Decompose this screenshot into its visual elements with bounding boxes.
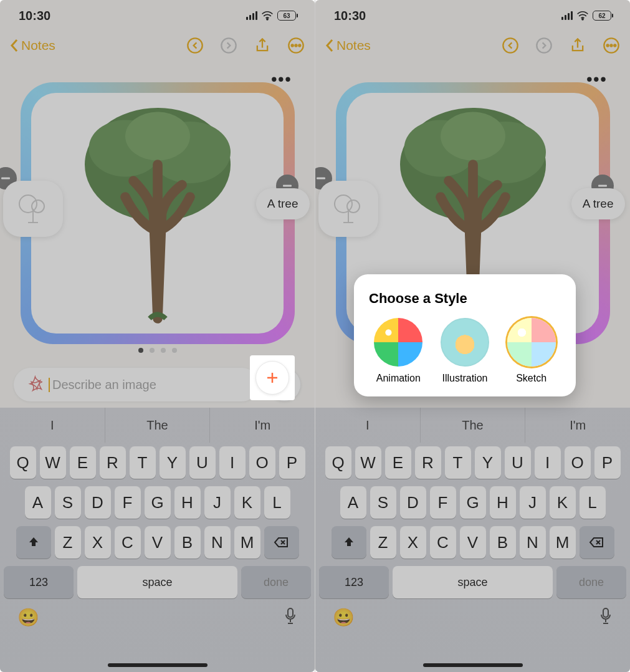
key-n[interactable]: N bbox=[520, 526, 546, 559]
key-m[interactable]: M bbox=[550, 526, 576, 559]
shift-key[interactable] bbox=[332, 526, 366, 559]
done-key[interactable]: done bbox=[556, 566, 626, 598]
key-t[interactable]: T bbox=[130, 446, 156, 479]
key-i[interactable]: I bbox=[535, 446, 561, 479]
key-e[interactable]: E bbox=[70, 446, 96, 479]
key-y[interactable]: Y bbox=[475, 446, 501, 479]
back-button[interactable]: Notes bbox=[325, 38, 371, 53]
more-icon[interactable] bbox=[287, 37, 305, 54]
key-r[interactable]: R bbox=[100, 446, 126, 479]
suggestion-1[interactable]: I bbox=[0, 408, 105, 443]
add-style-button-highlight[interactable] bbox=[250, 355, 295, 400]
cellular-icon bbox=[246, 11, 257, 20]
prompt-tag[interactable]: A tree bbox=[256, 188, 310, 219]
svg-point-18 bbox=[537, 38, 551, 52]
back-button[interactable]: Notes bbox=[10, 38, 55, 53]
suggestion-1[interactable]: I bbox=[315, 408, 421, 443]
key-b[interactable]: B bbox=[174, 526, 201, 559]
key-o[interactable]: O bbox=[249, 446, 275, 479]
key-n[interactable]: N bbox=[204, 526, 231, 559]
dictation-key[interactable] bbox=[599, 607, 613, 625]
home-indicator[interactable] bbox=[108, 663, 208, 667]
suggestion-2[interactable]: The bbox=[105, 408, 211, 443]
key-i[interactable]: I bbox=[219, 446, 246, 479]
backspace-key[interactable] bbox=[580, 526, 614, 559]
key-h[interactable]: H bbox=[174, 486, 201, 519]
key-z[interactable]: Z bbox=[55, 526, 81, 559]
sketch-input-thumbnail[interactable] bbox=[3, 181, 63, 237]
key-l[interactable]: L bbox=[580, 486, 606, 519]
key-z[interactable]: Z bbox=[370, 526, 396, 559]
share-icon[interactable] bbox=[569, 37, 586, 54]
sketch-input-thumbnail[interactable] bbox=[318, 181, 378, 237]
key-p[interactable]: P bbox=[594, 446, 621, 479]
suggestion-2[interactable]: The bbox=[421, 408, 526, 443]
suggestion-3[interactable]: I'm bbox=[525, 408, 630, 443]
space-key[interactable]: space bbox=[393, 566, 553, 598]
emoji-key[interactable]: 😀 bbox=[333, 607, 355, 628]
key-k[interactable]: K bbox=[550, 486, 576, 519]
prompt-input[interactable]: Describe an image bbox=[14, 368, 259, 401]
home-indicator[interactable] bbox=[423, 663, 523, 667]
key-s[interactable]: S bbox=[55, 486, 81, 519]
key-c[interactable]: C bbox=[430, 526, 456, 559]
key-u[interactable]: U bbox=[505, 446, 531, 479]
key-t[interactable]: T bbox=[445, 446, 471, 479]
key-a[interactable]: A bbox=[340, 486, 366, 519]
key-g[interactable]: G bbox=[460, 486, 486, 519]
key-j[interactable]: J bbox=[204, 486, 231, 519]
key-h[interactable]: H bbox=[490, 486, 516, 519]
apple-intelligence-icon bbox=[24, 375, 42, 394]
key-c[interactable]: C bbox=[115, 526, 141, 559]
key-s[interactable]: S bbox=[370, 486, 396, 519]
key-j[interactable]: J bbox=[520, 486, 546, 519]
key-y[interactable]: Y bbox=[160, 446, 186, 479]
key-w[interactable]: W bbox=[355, 446, 381, 479]
numbers-key[interactable]: 123 bbox=[319, 566, 389, 598]
page-dots bbox=[0, 348, 315, 353]
key-d[interactable]: D bbox=[400, 486, 426, 519]
done-key[interactable]: done bbox=[241, 566, 311, 598]
suggestion-3[interactable]: I'm bbox=[210, 408, 315, 443]
key-f[interactable]: F bbox=[430, 486, 456, 519]
prompt-tag[interactable]: A tree bbox=[571, 188, 625, 219]
key-m[interactable]: M bbox=[234, 526, 260, 559]
key-b[interactable]: B bbox=[490, 526, 516, 559]
key-r[interactable]: R bbox=[415, 446, 441, 479]
dictation-key[interactable] bbox=[284, 607, 297, 625]
key-g[interactable]: G bbox=[145, 486, 171, 519]
key-q[interactable]: Q bbox=[325, 446, 351, 479]
undo-icon[interactable] bbox=[502, 37, 519, 54]
key-l[interactable]: L bbox=[264, 486, 290, 519]
key-e[interactable]: E bbox=[385, 446, 411, 479]
status-time: 10:30 bbox=[334, 9, 366, 23]
undo-icon[interactable] bbox=[186, 37, 204, 54]
key-v[interactable]: V bbox=[460, 526, 486, 559]
key-v[interactable]: V bbox=[145, 526, 171, 559]
style-option-animation[interactable]: Animation bbox=[374, 318, 422, 384]
key-u[interactable]: U bbox=[189, 446, 216, 479]
key-x[interactable]: X bbox=[85, 526, 111, 559]
key-p[interactable]: P bbox=[279, 446, 305, 479]
style-option-sketch[interactable]: Sketch bbox=[507, 318, 556, 384]
more-icon[interactable] bbox=[603, 37, 620, 54]
style-option-illustration[interactable]: Illustration bbox=[441, 318, 489, 384]
key-k[interactable]: K bbox=[234, 486, 260, 519]
key-a[interactable]: A bbox=[25, 486, 51, 519]
key-o[interactable]: O bbox=[565, 446, 591, 479]
svg-rect-31 bbox=[603, 608, 608, 617]
share-icon[interactable] bbox=[254, 37, 271, 54]
space-key[interactable]: space bbox=[77, 566, 237, 598]
emoji-key[interactable]: 😀 bbox=[17, 607, 39, 628]
shift-key[interactable] bbox=[16, 526, 51, 559]
svg-rect-11 bbox=[1, 178, 10, 180]
backspace-key[interactable] bbox=[264, 526, 299, 559]
numbers-key[interactable]: 123 bbox=[4, 566, 74, 598]
wifi-icon bbox=[261, 11, 274, 21]
key-x[interactable]: X bbox=[400, 526, 426, 559]
key-w[interactable]: W bbox=[40, 446, 66, 479]
key-d[interactable]: D bbox=[85, 486, 111, 519]
key-f[interactable]: F bbox=[115, 486, 141, 519]
key-q[interactable]: Q bbox=[10, 446, 36, 479]
keyboard: I The I'm QWERTYUIOP ASDFGHJKL ZXCVBNM 1… bbox=[315, 408, 630, 672]
